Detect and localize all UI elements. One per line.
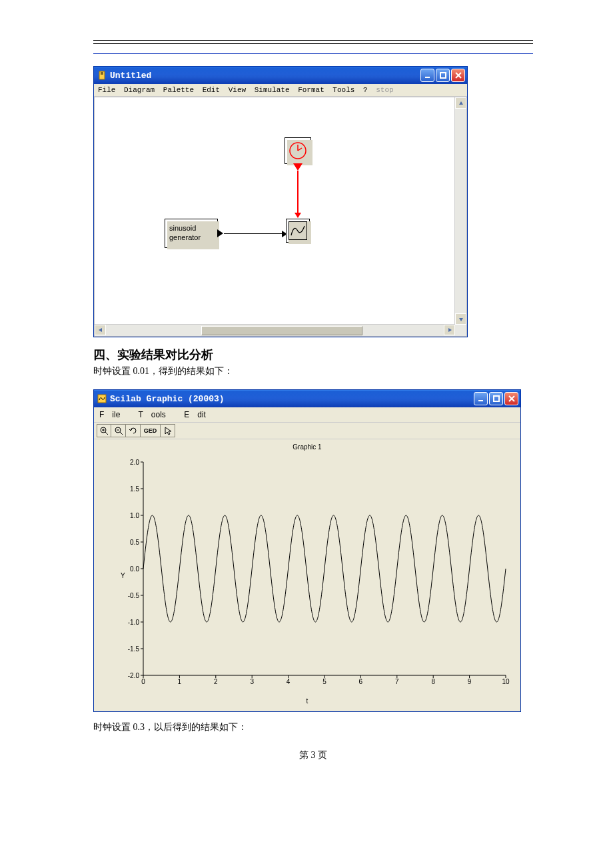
menubar[interactable]: File Tools Edit xyxy=(94,407,520,423)
document-page: Untitled File Diagram Palette Edit View … xyxy=(0,0,613,788)
scroll-up-button[interactable] xyxy=(455,97,466,109)
toolbar[interactable]: GED xyxy=(94,423,520,439)
menu-file[interactable]: File xyxy=(99,410,128,419)
rotate-icon xyxy=(129,426,138,435)
minimize-button[interactable] xyxy=(420,69,434,82)
menu-edit[interactable]: Edit xyxy=(203,86,220,94)
x-tick-label: 1 xyxy=(178,678,182,685)
y-tick-label: 0.0 xyxy=(130,565,139,573)
diagram-canvas[interactable]: sinusoid generator xyxy=(95,97,455,325)
zoom-in-icon xyxy=(99,426,109,435)
scroll-down-button[interactable] xyxy=(455,313,466,325)
plot-area: Graphic 1 Y t 2.01.51.00.50.0-0.5-1.0-1.… xyxy=(94,439,520,711)
clock-icon xyxy=(289,141,307,160)
menu-tools[interactable]: Tools xyxy=(138,410,173,419)
ged-button[interactable]: GED xyxy=(141,424,161,437)
section-heading: 四、实验结果对比分析 xyxy=(93,347,533,363)
menu-simulate[interactable]: Simulate xyxy=(255,86,290,94)
window-title: Scilab Graphic (20003) xyxy=(110,394,225,404)
menu-view[interactable]: View xyxy=(229,86,246,94)
x-tick-label: 7 xyxy=(395,678,399,685)
rotate-button[interactable] xyxy=(126,424,141,437)
plot-svg xyxy=(143,462,506,675)
axes: 2.01.51.00.50.0-0.5-1.0-1.5-2.0 01234567… xyxy=(143,462,506,675)
pointer-icon xyxy=(163,426,173,435)
menu-format[interactable]: Format xyxy=(298,86,324,94)
rule-blue xyxy=(93,53,533,54)
x-tick-label: 8 xyxy=(431,678,435,685)
titlebar[interactable]: Scilab Graphic (20003) xyxy=(94,390,520,407)
x-tick-label: 9 xyxy=(468,678,472,685)
scroll-right-button[interactable] xyxy=(444,325,455,335)
zoom-in-button[interactable] xyxy=(97,424,111,437)
svg-rect-7 xyxy=(494,396,499,401)
rule-top-2 xyxy=(93,43,533,44)
x-tick-label: 10 xyxy=(502,678,509,685)
y-tick-label: 1.5 xyxy=(130,485,139,493)
minimize-button[interactable] xyxy=(474,392,488,405)
scilab-graphic-window: Scilab Graphic (20003) File Tools Edit G… xyxy=(93,389,521,712)
clock-output-port-icon[interactable] xyxy=(293,163,303,171)
svg-rect-0 xyxy=(425,77,430,78)
maximize-button[interactable] xyxy=(436,69,450,82)
zoom-out-button[interactable] xyxy=(111,424,126,437)
y-tick-label: 0.5 xyxy=(130,539,139,546)
block-label-line1: sinusoid xyxy=(169,224,196,232)
app-icon xyxy=(97,393,107,404)
scicos-diagram-window: Untitled File Diagram Palette Edit View … xyxy=(93,66,468,337)
scroll-thumb[interactable] xyxy=(201,326,362,335)
clock-block[interactable] xyxy=(285,137,311,164)
zoom-out-icon xyxy=(114,426,123,435)
output-port-icon[interactable] xyxy=(217,229,223,237)
y-tick-label: -1.0 xyxy=(128,619,139,626)
svg-line-4 xyxy=(298,148,302,151)
rule-top-1 xyxy=(93,40,533,41)
page-number: 第 3 页 xyxy=(93,749,533,761)
menu-help[interactable]: ? xyxy=(363,86,368,94)
x-tick-label: 5 xyxy=(322,678,326,685)
close-button[interactable] xyxy=(451,69,465,82)
menu-stop: stop xyxy=(376,86,393,94)
event-wire[interactable] xyxy=(297,171,299,217)
body-text-2: 时钟设置 0.3，以后得到的结果如下： xyxy=(93,721,533,733)
x-tick-label: 0 xyxy=(141,678,145,685)
y-axis-label: Y xyxy=(121,572,125,579)
menubar[interactable]: File Diagram Palette Edit View Simulate … xyxy=(94,84,467,97)
x-tick-label: 6 xyxy=(359,678,363,685)
scope-block[interactable] xyxy=(286,219,310,243)
y-tick-label: -1.5 xyxy=(128,645,139,653)
scope-icon xyxy=(289,221,307,240)
menu-file[interactable]: File xyxy=(98,86,115,94)
svg-rect-1 xyxy=(440,73,446,78)
signal-wire[interactable] xyxy=(224,233,287,234)
horizontal-scrollbar[interactable] xyxy=(95,324,455,336)
app-icon xyxy=(97,70,107,81)
sinusoid-generator-block[interactable]: sinusoid generator xyxy=(165,219,218,248)
block-label-line2: generator xyxy=(169,233,201,241)
y-tick-label: 1.0 xyxy=(130,512,139,519)
menu-tools[interactable]: Tools xyxy=(332,86,354,94)
y-tick-label: 2.0 xyxy=(130,459,139,466)
pointer-button[interactable] xyxy=(161,424,175,437)
body-text-1: 时钟设置 0.01，得到的结果如下： xyxy=(93,365,533,377)
y-tick-label: -2.0 xyxy=(128,672,139,679)
svg-line-9 xyxy=(105,432,108,435)
scroll-left-button[interactable] xyxy=(95,325,106,335)
titlebar[interactable]: Untitled xyxy=(94,67,467,84)
x-tick-label: 3 xyxy=(250,678,254,685)
menu-palette[interactable]: Palette xyxy=(163,86,194,94)
menu-diagram[interactable]: Diagram xyxy=(124,86,155,94)
x-axis-label: t xyxy=(306,697,308,705)
maximize-button[interactable] xyxy=(489,392,503,405)
diagram-canvas-area[interactable]: sinusoid generator xyxy=(94,97,467,337)
x-tick-label: 4 xyxy=(287,678,291,685)
menu-edit[interactable]: Edit xyxy=(184,410,214,419)
window-title: Untitled xyxy=(110,71,151,81)
plot-title: Graphic 1 xyxy=(293,443,321,451)
close-button[interactable] xyxy=(504,392,518,405)
svg-rect-6 xyxy=(478,400,483,401)
scroll-corner xyxy=(455,325,466,336)
vertical-scrollbar[interactable] xyxy=(454,97,466,325)
svg-line-13 xyxy=(120,432,123,435)
x-tick-label: 2 xyxy=(214,678,218,685)
